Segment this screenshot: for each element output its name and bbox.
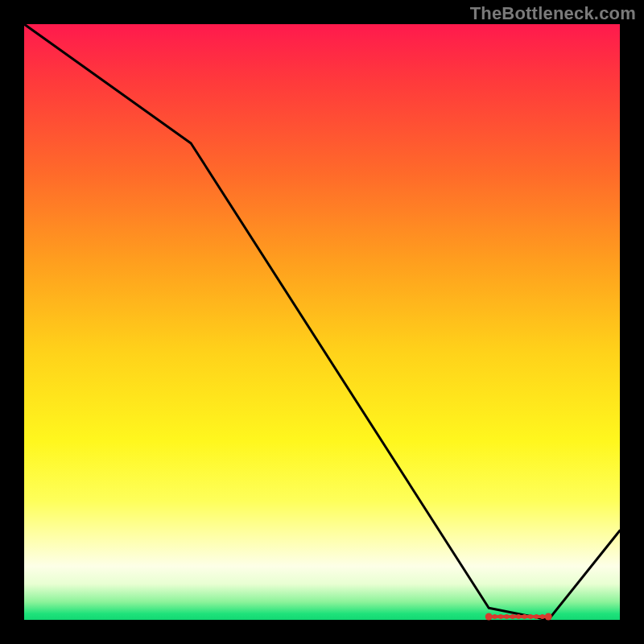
bottleneck-curve	[24, 24, 620, 620]
chart-container: TheBottleneck.com	[0, 0, 644, 644]
range-marker	[504, 614, 509, 619]
range-marker	[522, 614, 527, 619]
range-marker	[493, 614, 497, 619]
range-marker	[485, 613, 493, 621]
watermark-text: TheBottleneck.com	[470, 3, 636, 24]
range-marker	[540, 614, 545, 619]
range-marker	[510, 614, 515, 619]
plot-area	[24, 24, 620, 620]
range-marker	[498, 614, 503, 619]
range-marker	[516, 614, 521, 619]
range-marker	[534, 614, 539, 619]
range-marker	[528, 614, 533, 619]
curve-path	[24, 24, 620, 620]
chart-overlay	[24, 24, 620, 620]
range-marker	[545, 613, 552, 621]
